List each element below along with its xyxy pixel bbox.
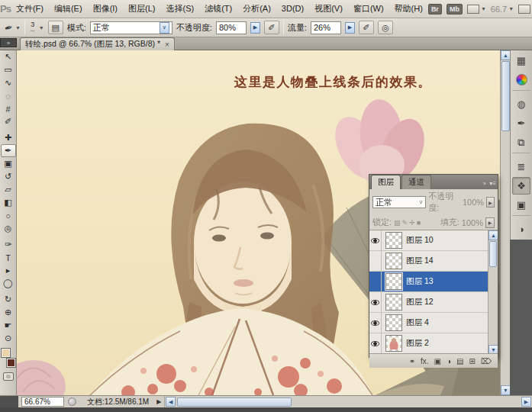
layer-row[interactable]: 图层 2 [369,333,498,354]
color-panel-icon[interactable] [512,71,530,89]
new-group-icon[interactable]: ▤ [456,357,463,365]
close-tab-icon[interactable]: × [165,40,169,49]
shape-tool[interactable]: ◯ [1,277,16,290]
visibility-toggle[interactable] [369,230,382,251]
layer-blend-mode-select[interactable]: 正常 ∨ [372,196,426,208]
zoom-tool[interactable]: ⊙ [1,332,16,345]
panel-collapse-icon[interactable]: » [483,180,486,187]
quick-selection-tool[interactable]: ◌ [1,89,16,102]
new-layer-icon[interactable]: ⊞ [469,357,475,365]
blur-tool[interactable]: ○ [1,209,16,222]
zoom-percent-field[interactable]: 66.67% [21,397,64,407]
background-color-swatch[interactable] [6,358,16,368]
status-flyout-icon[interactable]: ▶ [156,398,161,405]
move-tool[interactable]: ↖ [1,50,16,63]
vertical-scroll-thumb[interactable] [501,61,510,131]
lock-transparency-icon[interactable]: ▨ [394,219,401,227]
scroll-down-icon[interactable]: ▼ [488,345,498,354]
canvas-horizontal-scrollbar[interactable]: ◀ ▶ [164,396,532,408]
path-selection-tool[interactable]: ▸ [1,264,16,277]
menu-edit[interactable]: 编辑(E) [49,0,88,18]
opacity-dropdown-button[interactable]: ▶ [486,197,495,208]
clone-source-panel-icon[interactable]: ⧉ [512,134,530,151]
visibility-toggle[interactable] [369,354,382,355]
3d-pan-tool[interactable]: ⊕ [1,306,16,319]
brush-tool[interactable]: ✒ [1,144,16,157]
dodge-tool[interactable]: ◎ [1,222,16,235]
flow-field[interactable]: 26% [311,21,341,34]
hand-tool[interactable]: ☛ [1,319,16,332]
flow-dropdown-button[interactable]: ▶ [345,22,355,34]
opacity-dropdown-button[interactable]: ▶ [250,22,260,34]
scroll-right-icon[interactable]: ▶ [521,397,531,407]
pen-tool[interactable]: ✑ [1,238,16,251]
layer-thumbnail[interactable] [385,314,402,331]
tablet-opacity-button[interactable]: ✐ [264,21,279,34]
menu-view[interactable]: 视图(V) [309,0,348,18]
scroll-left-icon[interactable]: ◀ [166,397,176,407]
layer-row[interactable]: 图层 12 [369,292,498,313]
menu-analysis[interactable]: 分析(A) [237,0,276,18]
menu-layer[interactable]: 图层(L) [123,0,160,18]
document-tab[interactable]: 转绘.psd @ 66.7% (图层 13, RGB/8) * × [20,37,175,50]
lock-position-icon[interactable]: ✛ [409,219,415,227]
quick-mask-button[interactable] [3,372,14,381]
eraser-tool[interactable]: ▱ [1,183,16,196]
fill-dropdown-button[interactable]: ▶ [485,217,495,228]
adjustment-layer-icon[interactable]: ◑ [447,357,451,365]
panel-menu-icon[interactable]: ▾≡ [489,180,496,187]
marquee-tool[interactable]: ▭ [1,63,16,76]
delete-layer-icon[interactable]: ⌦ [481,357,492,365]
layer-row[interactable]: 图层 10 [369,230,498,251]
layer-thumbnail[interactable] [385,335,402,352]
link-layers-icon[interactable]: ⚭ [409,357,415,365]
eyedropper-tool[interactable]: ✐ [1,115,16,128]
scroll-up-icon[interactable]: ▲ [488,230,498,240]
tablet-size-button[interactable]: ◎ [378,21,393,34]
canvas-vertical-scrollbar[interactable]: ▲ ▼ [500,50,510,395]
arrange-documents-button[interactable]: ▼ [467,5,486,14]
opacity-field[interactable]: 80% [216,21,247,34]
screen-mode-button[interactable]: ▼ [518,5,532,14]
masks-panel-icon[interactable]: ▣ [512,196,530,214]
healing-brush-tool[interactable]: ✚ [1,131,16,144]
gradient-tool[interactable]: ◧ [1,196,16,209]
zoom-level-dropdown[interactable]: 66.7 ▼ [491,5,514,14]
3d-rotate-tool[interactable]: ↻ [1,293,16,306]
swatches-panel-icon[interactable]: ▦ [512,52,530,69]
layer-list-scrollbar[interactable]: ▲ ▼ [488,230,498,354]
horizontal-scroll-thumb[interactable] [177,398,292,407]
tab-channels[interactable]: 通道 [401,175,431,189]
clone-stamp-tool[interactable]: ▣ [1,157,16,170]
bridge-button[interactable]: Br [428,4,442,14]
blend-mode-select[interactable]: 正常 ∨ [90,21,172,34]
brush-size-picker[interactable]: 3 — ▼ [29,21,44,34]
visibility-toggle[interactable] [369,333,382,354]
crop-tool[interactable]: # [1,102,16,115]
menu-select[interactable]: 选择(S) [160,0,199,18]
tool-presets-panel-icon[interactable]: ≣ [512,158,530,175]
mobile-button[interactable]: Mb [447,4,463,14]
tool-preset-picker[interactable]: ✒ ▼ [5,22,21,34]
visibility-toggle[interactable] [369,313,382,333]
layer-row[interactable]: 图层 14 [369,251,498,272]
layer-row[interactable]: 图层 13 [369,272,498,292]
tabstrip-collapse-button[interactable]: » [0,38,17,47]
3d-panel-icon[interactable]: ◍ [512,95,530,113]
layer-thumbnail[interactable] [385,232,402,249]
visibility-toggle[interactable] [369,292,382,313]
menu-file[interactable]: 文件(F) [11,0,49,18]
layer-thumbnail[interactable] [385,253,402,269]
layer-row[interactable]: 图层 4 [369,313,498,333]
menu-3d[interactable]: 3D(D) [276,0,309,18]
visibility-toggle[interactable] [369,251,382,272]
history-brush-tool[interactable]: ↺ [1,170,16,183]
tab-layers[interactable]: 图层 [371,175,401,189]
visibility-toggle[interactable] [369,272,382,292]
adjustments-panel-icon[interactable]: ◑ [512,220,530,238]
menu-filter[interactable]: 滤镜(T) [199,0,237,18]
type-tool[interactable]: T [1,251,16,264]
layer-thumbnail[interactable] [385,294,402,311]
lock-pixels-icon[interactable]: ✎ [402,219,408,227]
menu-help[interactable]: 帮助(H) [389,0,428,18]
